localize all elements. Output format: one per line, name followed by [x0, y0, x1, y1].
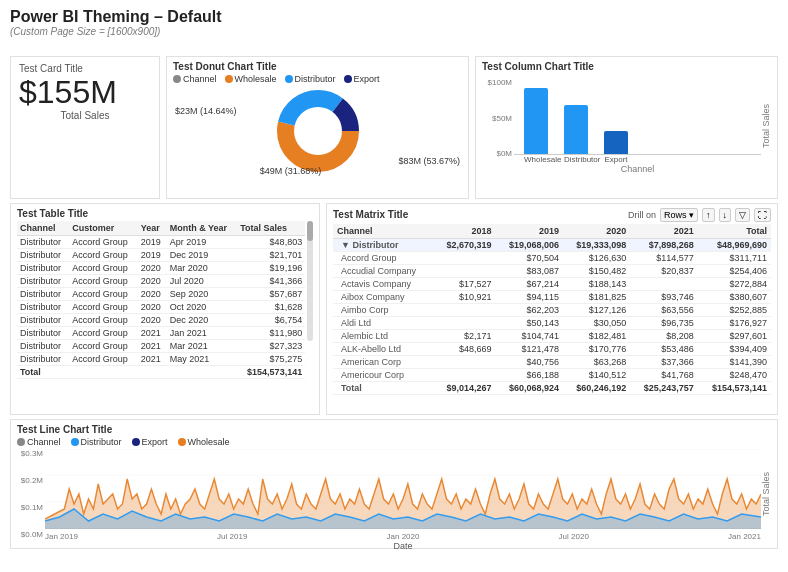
matrix-table: Channel 2018 2019 2020 2021 Total ▼ Dist… [333, 224, 771, 395]
table-row: DistributorAccord Group2020Oct 2020$1,62… [17, 301, 305, 314]
card-label: Total Sales [19, 110, 151, 121]
page-subtitle: (Custom Page Size = [1600x900]) [10, 26, 778, 37]
table-title: Test Table Title [17, 208, 313, 219]
expand-button[interactable]: ↑ [702, 208, 715, 222]
line-legend: Channel Distributor Export Wholesale [17, 437, 771, 447]
drill-on-label: Drill on [628, 210, 656, 220]
table-header-row: Channel Customer Year Month & Year Total… [17, 221, 305, 236]
header: Power BI Theming – Default (Custom Page … [10, 8, 778, 52]
matrix-row: ALK-Abello Ltd$48,669$121,478$170,776$53… [333, 343, 771, 356]
table-row: DistributorAccord Group2020Mar 2020$19,1… [17, 262, 305, 275]
table-body: DistributorAccord Group2019Apr 2019$48,8… [17, 236, 305, 366]
donut-label-wholesale: $83M (53.67%) [398, 156, 460, 166]
row2: Test Table Title Channel Customer Year M… [10, 203, 778, 415]
legend-distributor: Distributor [285, 74, 336, 84]
col-y-100: $100M [488, 78, 512, 87]
table-row: DistributorAccord Group2021May 2021$75,2… [17, 353, 305, 366]
bar-export [604, 131, 628, 154]
table-widget: Test Table Title Channel Customer Year M… [10, 203, 320, 415]
col-customer: Customer [69, 221, 137, 236]
donut-title: Test Donut Chart Title [173, 61, 462, 72]
x-label-jan2020: Jan 2020 [387, 532, 420, 541]
x-label-jul2020: Jul 2020 [559, 532, 589, 541]
dashboard: Power BI Theming – Default (Custom Page … [0, 0, 788, 572]
table-row: DistributorAccord Group2019Apr 2019$48,8… [17, 236, 305, 249]
line-y-01: $0.1M [17, 503, 43, 512]
table-row: DistributorAccord Group2020Sep 2020$57,6… [17, 288, 305, 301]
data-table: Channel Customer Year Month & Year Total… [17, 221, 305, 379]
donut-widget: Test Donut Chart Title Channel Wholesale… [166, 56, 469, 199]
line-x-axis-title: Date [45, 541, 761, 551]
matrix-widget: Test Matrix Title Drill on Rows ▾ ↑ ↓ ▽ … [326, 203, 778, 415]
matrix-title: Test Matrix Title [333, 209, 408, 220]
col-label-wholesale: Wholesale [524, 155, 548, 164]
line-legend-channel: Channel [17, 437, 61, 447]
row1: Test Card Title $155M Total Sales Test D… [10, 56, 778, 199]
table-row: DistributorAccord Group2020Jul 2020$41,3… [17, 275, 305, 288]
card-value: $155M [19, 76, 151, 108]
matrix-col-2018: 2018 [434, 224, 496, 239]
matrix-row: Americour Corp$66,188$140,512$41,768$248… [333, 369, 771, 382]
matrix-header: Test Matrix Title Drill on Rows ▾ ↑ ↓ ▽ … [333, 208, 771, 222]
col-y-0: $0M [496, 149, 512, 158]
column-widget: Test Column Chart Title $100M $50M $0M [475, 56, 778, 199]
matrix-total-row: Total$9,014,267$60,068,924$60,246,192$25… [333, 382, 771, 395]
matrix-row: ▼ Distributor$2,670,319$19,068,006$19,33… [333, 239, 771, 252]
col-year: Year [138, 221, 167, 236]
table-scrollbar-thumb[interactable] [307, 221, 313, 241]
matrix-col-channel: Channel [333, 224, 434, 239]
total-label: Total [17, 366, 237, 379]
line-y-axis-title: Total Sales [761, 472, 771, 516]
legend-wholesale: Wholesale [225, 74, 277, 84]
col-month-year: Month & Year [167, 221, 237, 236]
col-label-distributor: Distributor [564, 155, 588, 164]
svg-point-3 [294, 107, 342, 155]
table-total-row: Total $154,573,141 [17, 366, 305, 379]
matrix-row: Aimbo Corp$62,203$127,126$63,556$252,885 [333, 304, 771, 317]
line-chart-area: $0.3M $0.2M $0.1M $0.0M [17, 449, 771, 539]
line-y-axis: $0.3M $0.2M $0.1M $0.0M [17, 449, 45, 539]
drill-rows-button[interactable]: Rows ▾ [660, 208, 698, 222]
matrix-row: American Corp$40,756$63,268$37,366$141,3… [333, 356, 771, 369]
legend-export: Export [344, 74, 380, 84]
donut-legend: Channel Wholesale Distributor Export [173, 74, 462, 84]
col-y-axis-title: Total Sales [761, 104, 771, 148]
fullscreen-button[interactable]: ⛶ [754, 208, 771, 222]
card-title: Test Card Title [19, 63, 151, 74]
col-channel: Channel [17, 221, 69, 236]
x-label-jan2019: Jan 2019 [45, 532, 78, 541]
table-scrollbar[interactable] [307, 221, 313, 341]
table-row: DistributorAccord Group2021Mar 2021$27,3… [17, 340, 305, 353]
legend-channel: Channel [173, 74, 217, 84]
donut-svg [273, 86, 363, 176]
x-label-jul2019: Jul 2019 [217, 532, 247, 541]
donut-label-distributor: $49M (31.68%) [260, 166, 322, 176]
page-title: Power BI Theming – Default [10, 8, 778, 26]
line-y-02: $0.2M [17, 476, 43, 485]
col-total-sales: Total Sales [237, 221, 305, 236]
donut-label-export: $23M (14.64%) [175, 106, 237, 116]
table-row: DistributorAccord Group2020Dec 2020$6,75… [17, 314, 305, 327]
matrix-col-total: Total [698, 224, 771, 239]
matrix-row: Actavis Company$17,527$67,214$188,143$27… [333, 278, 771, 291]
card-widget: Test Card Title $155M Total Sales [10, 56, 160, 199]
x-label-jan2021: Jan 2021 [728, 532, 761, 541]
line-legend-distributor: Distributor [71, 437, 122, 447]
matrix-col-2020: 2020 [563, 224, 630, 239]
matrix-body: ▼ Distributor$2,670,319$19,068,006$19,33… [333, 239, 771, 382]
matrix-col-2021: 2021 [630, 224, 697, 239]
line-svg [45, 449, 761, 529]
line-title: Test Line Chart Title [17, 424, 771, 435]
line-legend-wholesale: Wholesale [178, 437, 230, 447]
bar-wholesale [524, 88, 548, 154]
collapse-button[interactable]: ↓ [719, 208, 732, 222]
total-value: $154,573,141 [237, 366, 305, 379]
line-widget: Test Line Chart Title Channel Distributo… [10, 419, 778, 549]
column-title: Test Column Chart Title [482, 61, 771, 72]
matrix-col-2019: 2019 [496, 224, 563, 239]
donut-chart-area: $23M (14.64%) $83M (53.67%) $49M (31.68%… [173, 86, 462, 176]
line-svg-container: Jan 2019 Jul 2019 Jan 2020 Jul 2020 Jan … [45, 449, 761, 539]
filter-button[interactable]: ▽ [735, 208, 750, 222]
table-row: DistributorAccord Group2019Dec 2019$21,7… [17, 249, 305, 262]
matrix-header-row: Channel 2018 2019 2020 2021 Total [333, 224, 771, 239]
